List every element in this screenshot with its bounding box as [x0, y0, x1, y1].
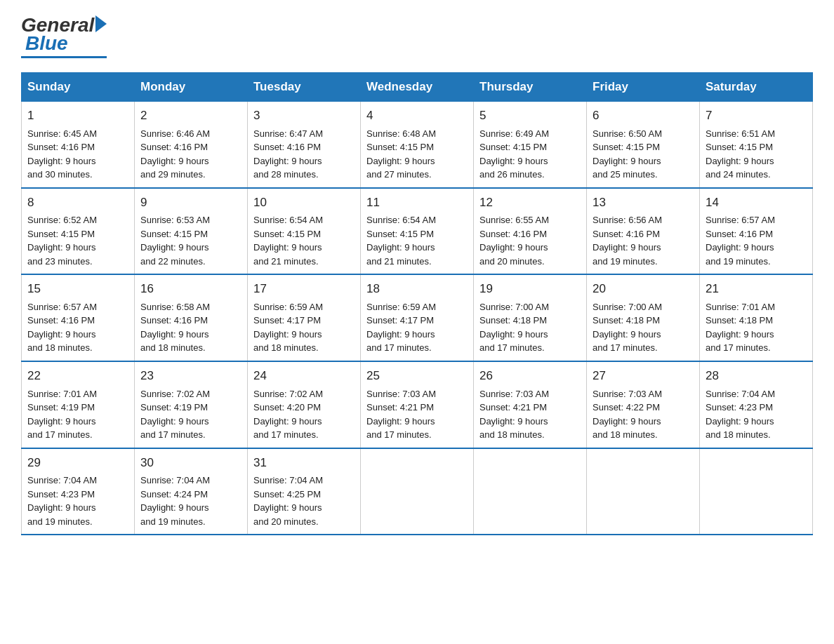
day-number: 16 — [140, 281, 241, 298]
day-info: Sunrise: 6:57 AMSunset: 4:16 PMDaylight:… — [27, 300, 128, 355]
header-saturday: Saturday — [700, 73, 813, 102]
day-info: Sunrise: 6:46 AMSunset: 4:16 PMDaylight:… — [140, 127, 241, 182]
day-info: Sunrise: 6:48 AMSunset: 4:15 PMDaylight:… — [366, 127, 468, 182]
week-row-4: 22Sunrise: 7:01 AMSunset: 4:19 PMDayligh… — [22, 361, 813, 448]
calendar-table: SundayMondayTuesdayWednesdayThursdayFrid… — [21, 72, 813, 535]
day-26: 26Sunrise: 7:03 AMSunset: 4:21 PMDayligh… — [474, 361, 587, 448]
day-number: 19 — [479, 281, 581, 298]
day-info: Sunrise: 6:53 AMSunset: 4:15 PMDaylight:… — [140, 213, 241, 268]
day-12: 12Sunrise: 6:55 AMSunset: 4:16 PMDayligh… — [474, 188, 587, 275]
day-number: 29 — [27, 455, 128, 472]
day-info: Sunrise: 6:57 AMSunset: 4:16 PMDaylight:… — [706, 213, 807, 268]
day-info: Sunrise: 6:59 AMSunset: 4:17 PMDaylight:… — [366, 300, 468, 355]
day-number: 14 — [706, 194, 807, 212]
day-8: 8Sunrise: 6:52 AMSunset: 4:15 PMDaylight… — [22, 188, 135, 275]
day-number: 13 — [593, 194, 694, 212]
header-tuesday: Tuesday — [248, 73, 361, 102]
day-number: 18 — [366, 281, 468, 298]
day-info: Sunrise: 7:01 AMSunset: 4:18 PMDaylight:… — [706, 300, 807, 355]
header-friday: Friday — [587, 73, 700, 102]
day-info: Sunrise: 6:52 AMSunset: 4:15 PMDaylight:… — [27, 213, 128, 268]
empty-cell — [700, 448, 813, 535]
header-monday: Monday — [135, 73, 248, 102]
day-number: 22 — [27, 368, 128, 385]
day-number: 31 — [253, 455, 355, 472]
day-16: 16Sunrise: 6:58 AMSunset: 4:16 PMDayligh… — [135, 274, 248, 361]
day-info: Sunrise: 6:55 AMSunset: 4:16 PMDaylight:… — [479, 213, 581, 268]
day-info: Sunrise: 6:54 AMSunset: 4:15 PMDaylight:… — [253, 213, 355, 268]
day-2: 2Sunrise: 6:46 AMSunset: 4:16 PMDaylight… — [135, 102, 248, 188]
day-info: Sunrise: 7:04 AMSunset: 4:25 PMDaylight:… — [253, 474, 355, 528]
day-number: 27 — [593, 368, 694, 385]
day-number: 2 — [140, 107, 241, 125]
day-number: 4 — [366, 107, 468, 125]
day-number: 6 — [593, 107, 694, 125]
empty-cell — [587, 448, 700, 535]
header-wednesday: Wednesday — [361, 73, 474, 102]
logo-arrow-icon — [95, 15, 107, 32]
header-sunday: Sunday — [22, 73, 135, 102]
day-info: Sunrise: 7:02 AMSunset: 4:20 PMDaylight:… — [253, 387, 355, 442]
day-number: 7 — [706, 107, 807, 125]
day-info: Sunrise: 7:03 AMSunset: 4:21 PMDaylight:… — [366, 387, 468, 442]
week-row-5: 29Sunrise: 7:04 AMSunset: 4:23 PMDayligh… — [22, 448, 813, 535]
day-23: 23Sunrise: 7:02 AMSunset: 4:19 PMDayligh… — [135, 361, 248, 448]
day-7: 7Sunrise: 6:51 AMSunset: 4:15 PMDaylight… — [700, 102, 813, 188]
day-number: 25 — [366, 368, 468, 385]
day-info: Sunrise: 6:58 AMSunset: 4:16 PMDaylight:… — [140, 300, 241, 355]
day-18: 18Sunrise: 6:59 AMSunset: 4:17 PMDayligh… — [361, 274, 474, 361]
day-number: 26 — [479, 368, 581, 385]
day-31: 31Sunrise: 7:04 AMSunset: 4:25 PMDayligh… — [248, 448, 361, 535]
day-20: 20Sunrise: 7:00 AMSunset: 4:18 PMDayligh… — [587, 274, 700, 361]
day-info: Sunrise: 6:49 AMSunset: 4:15 PMDaylight:… — [479, 127, 581, 182]
day-info: Sunrise: 7:04 AMSunset: 4:23 PMDaylight:… — [27, 474, 128, 528]
day-number: 17 — [253, 281, 355, 298]
week-row-1: 1Sunrise: 6:45 AMSunset: 4:16 PMDaylight… — [22, 102, 813, 188]
day-info: Sunrise: 6:47 AMSunset: 4:16 PMDaylight:… — [253, 127, 355, 182]
day-24: 24Sunrise: 7:02 AMSunset: 4:20 PMDayligh… — [248, 361, 361, 448]
day-info: Sunrise: 7:03 AMSunset: 4:22 PMDaylight:… — [593, 387, 694, 442]
day-info: Sunrise: 6:45 AMSunset: 4:16 PMDaylight:… — [27, 127, 128, 182]
header-thursday: Thursday — [474, 73, 587, 102]
day-number: 10 — [253, 194, 355, 212]
day-1: 1Sunrise: 6:45 AMSunset: 4:16 PMDaylight… — [22, 102, 135, 188]
day-info: Sunrise: 7:01 AMSunset: 4:19 PMDaylight:… — [27, 387, 128, 442]
day-info: Sunrise: 7:00 AMSunset: 4:18 PMDaylight:… — [593, 300, 694, 355]
day-info: Sunrise: 6:51 AMSunset: 4:15 PMDaylight:… — [706, 127, 807, 182]
day-29: 29Sunrise: 7:04 AMSunset: 4:23 PMDayligh… — [22, 448, 135, 535]
day-14: 14Sunrise: 6:57 AMSunset: 4:16 PMDayligh… — [700, 188, 813, 275]
day-number: 3 — [253, 107, 355, 125]
day-11: 11Sunrise: 6:54 AMSunset: 4:15 PMDayligh… — [361, 188, 474, 275]
day-info: Sunrise: 7:00 AMSunset: 4:18 PMDaylight:… — [479, 300, 581, 355]
day-info: Sunrise: 7:02 AMSunset: 4:19 PMDaylight:… — [140, 387, 241, 442]
logo: General Blue — [21, 14, 107, 58]
day-15: 15Sunrise: 6:57 AMSunset: 4:16 PMDayligh… — [22, 274, 135, 361]
logo-underline — [21, 56, 107, 58]
week-row-3: 15Sunrise: 6:57 AMSunset: 4:16 PMDayligh… — [22, 274, 813, 361]
day-info: Sunrise: 7:03 AMSunset: 4:21 PMDaylight:… — [479, 387, 581, 442]
day-number: 5 — [479, 107, 581, 125]
day-number: 9 — [140, 194, 241, 212]
day-19: 19Sunrise: 7:00 AMSunset: 4:18 PMDayligh… — [474, 274, 587, 361]
day-28: 28Sunrise: 7:04 AMSunset: 4:23 PMDayligh… — [700, 361, 813, 448]
day-number: 1 — [27, 107, 128, 125]
day-30: 30Sunrise: 7:04 AMSunset: 4:24 PMDayligh… — [135, 448, 248, 535]
day-3: 3Sunrise: 6:47 AMSunset: 4:16 PMDaylight… — [248, 102, 361, 188]
day-info: Sunrise: 6:54 AMSunset: 4:15 PMDaylight:… — [366, 213, 468, 268]
week-row-2: 8Sunrise: 6:52 AMSunset: 4:15 PMDaylight… — [22, 188, 813, 275]
day-number: 15 — [27, 281, 128, 298]
day-number: 21 — [706, 281, 807, 298]
day-info: Sunrise: 6:50 AMSunset: 4:15 PMDaylight:… — [593, 127, 694, 182]
day-27: 27Sunrise: 7:03 AMSunset: 4:22 PMDayligh… — [587, 361, 700, 448]
day-number: 8 — [27, 194, 128, 212]
day-number: 30 — [140, 455, 241, 472]
day-6: 6Sunrise: 6:50 AMSunset: 4:15 PMDaylight… — [587, 102, 700, 188]
day-4: 4Sunrise: 6:48 AMSunset: 4:15 PMDaylight… — [361, 102, 474, 188]
day-13: 13Sunrise: 6:56 AMSunset: 4:16 PMDayligh… — [587, 188, 700, 275]
day-info: Sunrise: 7:04 AMSunset: 4:23 PMDaylight:… — [706, 387, 807, 442]
day-10: 10Sunrise: 6:54 AMSunset: 4:15 PMDayligh… — [248, 188, 361, 275]
logo-blue-text: Blue — [25, 32, 68, 55]
day-number: 11 — [366, 194, 468, 212]
day-number: 12 — [479, 194, 581, 212]
day-5: 5Sunrise: 6:49 AMSunset: 4:15 PMDaylight… — [474, 102, 587, 188]
